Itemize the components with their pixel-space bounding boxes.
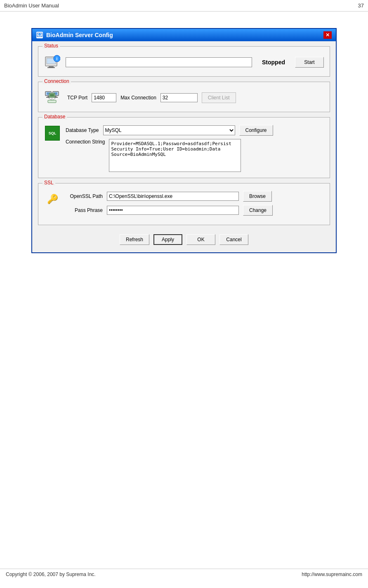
dialog-titlebar: i BioAdmin Server Config ✕	[32, 29, 336, 41]
pass-phrase-input[interactable]	[107, 206, 239, 215]
sql-icon: SQL	[45, 126, 60, 141]
svg-line-20	[53, 98, 56, 100]
openssl-path-label: OpenSSL Path	[66, 193, 103, 199]
db-type-select[interactable]: MySQL	[103, 125, 235, 135]
dialog-body: Status i Stopped Start	[32, 41, 336, 252]
db-type-row: Database Type MySQL Configure	[66, 125, 324, 136]
manual-title: BioAdmin User Manual	[4, 2, 59, 9]
connection-icon	[44, 89, 61, 106]
connection-row: TCP Port Max Connection Client List	[44, 89, 324, 106]
server-config-dialog: i BioAdmin Server Config ✕ Status	[31, 28, 337, 253]
status-icon: i	[44, 54, 61, 71]
status-input-field[interactable]	[66, 57, 252, 67]
status-section-label: Status	[42, 43, 60, 49]
svg-rect-5	[49, 66, 54, 67]
footer-url: http://www.supremainc.com	[302, 572, 362, 577]
client-list-button[interactable]: Client List	[202, 92, 236, 103]
ssl-section: SSL 🔑 OpenSSL Path Browse Pass Phrase	[38, 183, 330, 225]
max-conn-label: Max Connection	[120, 95, 156, 101]
conn-string-textarea[interactable]: Provider=MSDASQL.1;Password=asdfasdf;Per…	[109, 139, 241, 172]
refresh-button[interactable]: Refresh	[120, 234, 149, 245]
db-conn-row: Connection String Provider=MSDASQL.1;Pas…	[66, 139, 324, 172]
database-row: SQL Database Type MySQL Configure Connec…	[44, 125, 324, 172]
key-icon: 🔑	[45, 192, 60, 207]
svg-rect-22	[48, 100, 56, 103]
status-value: Stopped	[257, 59, 290, 66]
bottom-buttons: Refresh Apply OK Cancel	[38, 230, 330, 247]
tcp-port-input[interactable]	[92, 93, 116, 102]
db-type-label: Database Type	[66, 127, 99, 133]
connection-fields: TCP Port Max Connection Client List	[67, 92, 324, 103]
ssl-key-icon: 🔑	[44, 191, 61, 207]
browse-button[interactable]: Browse	[243, 191, 272, 202]
svg-line-19	[48, 98, 52, 100]
configure-button[interactable]: Configure	[239, 125, 273, 136]
openssl-path-input[interactable]	[107, 192, 239, 201]
conn-string-label: Connection String	[66, 139, 105, 145]
tcp-port-label: TCP Port	[67, 95, 87, 101]
apply-button[interactable]: Apply	[153, 234, 182, 245]
max-conn-input[interactable]	[160, 93, 198, 102]
svg-text:i: i	[57, 56, 58, 61]
pass-phrase-row: Pass Phrase Change	[66, 205, 324, 216]
titlebar-left: i BioAdmin Server Config	[36, 32, 113, 38]
connection-section-label: Connection	[42, 78, 71, 84]
ssl-section-label: SSL	[42, 180, 55, 186]
start-button[interactable]: Start	[295, 57, 324, 68]
database-section-label: Database	[42, 114, 67, 120]
pass-phrase-label: Pass Phrase	[66, 207, 103, 213]
dialog-title: BioAdmin Server Config	[46, 32, 113, 38]
close-button[interactable]: ✕	[323, 31, 332, 39]
connection-section: Connection	[38, 82, 330, 112]
change-button[interactable]: Change	[243, 205, 273, 216]
database-section: Database SQL Database Type MySQL Configu…	[38, 117, 330, 178]
svg-rect-6	[47, 67, 55, 68]
ok-button[interactable]: OK	[186, 234, 215, 245]
database-icon: SQL	[44, 125, 61, 141]
openssl-path-row: OpenSSL Path Browse	[66, 191, 324, 202]
page-number: 37	[358, 2, 364, 9]
database-fields: Database Type MySQL Configure Connection…	[66, 125, 324, 172]
ssl-row: 🔑 OpenSSL Path Browse Pass Phrase Change	[44, 191, 324, 219]
ssl-fields: OpenSSL Path Browse Pass Phrase Change	[66, 191, 324, 219]
footer-copyright: Copyright © 2006, 2007 by Suprema Inc.	[6, 572, 96, 577]
svg-rect-18	[50, 94, 54, 96]
status-section: Status i Stopped Start	[38, 46, 330, 77]
cancel-button[interactable]: Cancel	[219, 234, 248, 245]
page-footer: Copyright © 2006, 2007 by Suprema Inc. h…	[0, 569, 368, 580]
status-row: i Stopped Start	[44, 54, 324, 71]
dialog-app-icon: i	[36, 32, 43, 38]
